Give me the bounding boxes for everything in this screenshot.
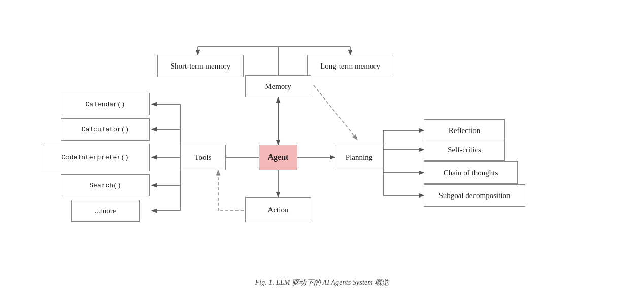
svg-line-24: [314, 85, 357, 140]
search-box: Search(): [61, 174, 150, 196]
long-term-memory-box: Long-term memory: [307, 55, 393, 77]
subgoal-decomposition-box: Subgoal decomposition: [424, 184, 525, 207]
action-box: Action: [245, 197, 311, 222]
self-critics-box: Self-critics: [424, 139, 505, 161]
calculator-box: Calculator(): [61, 118, 150, 141]
chain-of-thoughts-box: Chain of thoughts: [424, 161, 518, 184]
tools-box: Tools: [180, 145, 226, 170]
code-interpreter-box: CodeInterpreter(): [41, 144, 150, 171]
calendar-box: Calendar(): [61, 93, 150, 115]
more-box: ...more: [71, 200, 140, 222]
diagram: Short-term memory Long-term memory Memor…: [0, 0, 644, 274]
planning-box: Planning: [335, 145, 383, 170]
memory-box: Memory: [245, 75, 311, 97]
figure-caption: Fig. 1. LLM 驱动下的 AI Agents System 概览: [0, 274, 644, 289]
agent-box: Agent: [259, 145, 297, 170]
short-term-memory-box: Short-term memory: [157, 55, 244, 77]
